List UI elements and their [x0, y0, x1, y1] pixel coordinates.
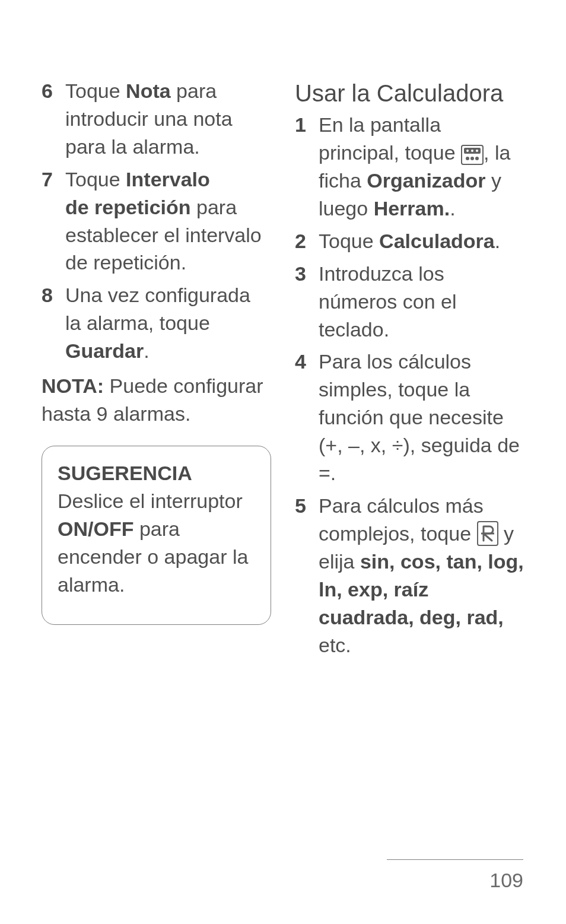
- list-item: 8 Una vez configurada la alarma, toque G…: [42, 281, 271, 365]
- list-item: 3 Introduzca los números con el teclado.: [295, 260, 524, 344]
- text: etc.: [319, 634, 351, 656]
- step-body: Una vez configurada la alarma, toque Gua…: [65, 281, 271, 365]
- step-number: 1: [295, 111, 319, 223]
- note-label: NOTA:: [42, 374, 104, 397]
- svg-point-1: [466, 150, 469, 152]
- text: Toque: [65, 168, 126, 190]
- footer-rule: [387, 859, 523, 860]
- text: .: [450, 197, 455, 220]
- list-item: 6 Toque Nota para introducir una nota pa…: [42, 77, 271, 161]
- step-number: 3: [295, 260, 319, 344]
- bold-term: ON/OFF: [58, 517, 133, 540]
- left-column: 6 Toque Nota para introducir una nota pa…: [42, 77, 271, 663]
- text: Una vez configurada la alarma, toque: [65, 284, 250, 334]
- list-item: 4 Para los cálculos simples, toque la fu…: [295, 348, 524, 487]
- step-body: Para los cálculos simples, toque la func…: [319, 348, 524, 487]
- text: En la pantalla principal, toque: [319, 113, 461, 164]
- apps-icon: [461, 145, 484, 165]
- section-heading: Usar la Calculadora: [295, 77, 524, 110]
- tip-box: SUGERENCIA Deslice el interruptor ON/OFF…: [42, 446, 271, 625]
- svg-point-4: [466, 157, 469, 160]
- text: Toque: [319, 230, 379, 252]
- step-number: 8: [42, 281, 65, 365]
- svg-point-6: [475, 157, 479, 160]
- right-column: Usar la Calculadora 1 En la pantalla pri…: [295, 77, 524, 663]
- step-number: 4: [295, 348, 319, 487]
- svg-point-2: [471, 150, 473, 152]
- text: .: [144, 339, 149, 362]
- text: Para cálculos más complejos, toque: [319, 494, 484, 545]
- svg-point-3: [476, 150, 478, 152]
- advanced-icon: [477, 521, 498, 546]
- tip-text: Deslice el interruptor: [58, 490, 243, 512]
- steps-list-left: 6 Toque Nota para introducir una nota pa…: [42, 77, 271, 365]
- step-body: Para cálculos más complejos, toque y eli…: [319, 492, 524, 659]
- bold-term: Herram.: [374, 197, 450, 220]
- bold-term: Organizador: [367, 169, 485, 192]
- note-paragraph: NOTA: Puede configurar hasta 9 alarmas.: [42, 372, 271, 428]
- step-number: 5: [295, 492, 319, 659]
- list-item: 5 Para cálculos más complejos, toque y e…: [295, 492, 524, 659]
- text: Toque: [65, 80, 126, 102]
- list-item: 7 Toque Intervalo de repetición para est…: [42, 166, 271, 277]
- step-number: 7: [42, 166, 65, 277]
- step-body: Toque Calculadora.: [319, 227, 524, 255]
- bold-term: Nota: [126, 80, 171, 102]
- bold-term: Guardar: [65, 339, 144, 362]
- list-item: 1 En la pantalla principal, toque , la f…: [295, 111, 524, 223]
- text: Para los cálculos simples, toque la func…: [319, 350, 520, 484]
- step-body: Introduzca los números con el teclado.: [319, 260, 524, 344]
- step-body: En la pantalla principal, toque , la fic…: [319, 111, 524, 223]
- step-body: Toque Nota para introducir una nota para…: [65, 77, 271, 161]
- text: .: [495, 230, 500, 252]
- manual-page: 6 Toque Nota para introducir una nota pa…: [0, 0, 566, 924]
- step-number: 2: [295, 227, 319, 255]
- tip-label: SUGERENCIA: [58, 462, 192, 484]
- two-column-layout: 6 Toque Nota para introducir una nota pa…: [42, 77, 524, 663]
- page-number: 109: [489, 869, 523, 892]
- step-body: Toque Intervalo de repetición para estab…: [65, 166, 271, 277]
- step-number: 6: [42, 77, 65, 161]
- svg-point-5: [470, 157, 474, 160]
- text: Introduzca los números con el teclado.: [319, 262, 456, 341]
- bold-term: Calculadora: [379, 230, 495, 252]
- list-item: 2 Toque Calculadora.: [295, 227, 524, 255]
- steps-list-right: 1 En la pantalla principal, toque , la f…: [295, 111, 524, 659]
